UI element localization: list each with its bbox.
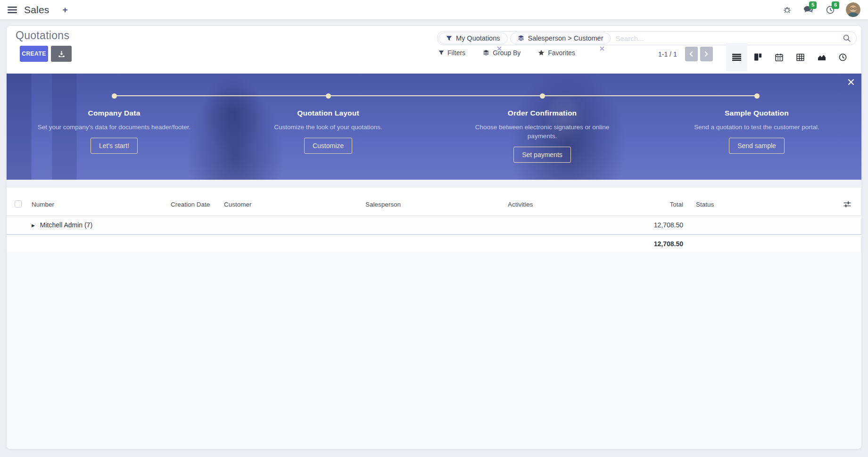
debug-bug-icon[interactable] <box>783 6 791 14</box>
favorites-menu[interactable]: Favorites <box>538 49 575 57</box>
chevron-right-icon <box>704 51 708 57</box>
user-avatar[interactable] <box>846 2 860 17</box>
plus-icon[interactable]: + <box>63 5 68 14</box>
step-title: Quotation Layout <box>250 109 406 117</box>
pivot-view-icon <box>796 53 804 61</box>
onboarding-banner: Company Data Set your company's data for… <box>7 74 861 180</box>
onboarding-timeline <box>114 95 757 96</box>
group-by-icon <box>483 50 489 56</box>
group-by-icon <box>518 35 524 42</box>
graph-view-button[interactable] <box>811 43 832 71</box>
sliders-icon <box>843 201 851 208</box>
customize-button[interactable]: Customize <box>304 138 352 154</box>
section-gap <box>7 180 861 188</box>
quotations-list: Number Creation Date Customer Salesperso… <box>7 188 861 252</box>
search-icon[interactable] <box>843 34 851 42</box>
view-switcher <box>726 43 853 71</box>
content-area: Quotations My Quotations Salesperson > C… <box>7 26 861 449</box>
step-description: Send a quotation to test the customer po… <box>679 123 835 132</box>
step-description: Set your company's data for documents he… <box>36 123 192 132</box>
empty-area <box>7 252 861 449</box>
filters-menu[interactable]: Filters <box>438 49 465 57</box>
kanban-view-icon <box>754 53 762 61</box>
activity-view-button[interactable] <box>832 43 853 71</box>
control-panel: Quotations My Quotations Salesperson > C… <box>7 26 861 74</box>
onboarding-step-order-confirmation: Order Confirmation Choose between electr… <box>464 109 620 163</box>
onboarding-step-sample-quotation: Sample Quotation Send a quotation to tes… <box>679 109 835 154</box>
expand-caret-icon[interactable]: ▶ <box>32 223 35 228</box>
pager-next-button[interactable] <box>700 47 713 61</box>
graph-view-icon <box>818 53 826 61</box>
onboarding-step-quotation-layout: Quotation Layout Customize the look of y… <box>250 109 406 154</box>
facet-remove-icon[interactable] <box>600 46 604 51</box>
pager-previous-button[interactable] <box>685 47 698 61</box>
messages-icon[interactable]: 5 <box>803 6 814 14</box>
timeline-dot <box>112 93 117 99</box>
top-navbar: Sales + 5 6 <box>0 0 868 19</box>
timeline-dot <box>540 93 545 99</box>
select-all-checkbox[interactable] <box>15 200 22 208</box>
onboarding-step-company-data: Company Data Set your company's data for… <box>36 109 192 154</box>
column-header-customer[interactable]: Customer <box>218 201 359 208</box>
column-header-activities[interactable]: Activities <box>502 201 603 208</box>
step-title: Sample Quotation <box>679 109 835 117</box>
send-sample-button[interactable]: Send sample <box>729 138 785 154</box>
search-options: Filters Group By Favorites <box>438 49 575 57</box>
column-header-total[interactable]: Total <box>603 201 684 208</box>
filter-icon <box>438 50 444 56</box>
group-by-menu[interactable]: Group By <box>483 49 521 57</box>
list-header-row: Number Creation Date Customer Salesperso… <box>7 193 861 216</box>
calendar-view-button[interactable] <box>769 43 790 71</box>
activities-clock-icon[interactable]: 6 <box>826 6 835 14</box>
list-view-icon <box>732 54 741 61</box>
pager-range: 1-1 / 1 <box>658 50 677 58</box>
list-footer-row: 12,708.50 <box>7 234 861 252</box>
search-facet-groupby[interactable]: Salesperson > Customer <box>510 33 611 44</box>
optional-columns-button[interactable] <box>809 201 861 208</box>
facet-label: Salesperson > Customer <box>528 34 603 42</box>
search-facet-my-quotations[interactable]: My Quotations <box>438 33 508 44</box>
messages-count-badge: 5 <box>809 1 817 9</box>
create-button[interactable]: CREATE <box>20 46 48 62</box>
step-title: Order Confirmation <box>464 109 620 117</box>
column-header-number[interactable]: Number <box>25 201 165 208</box>
pivot-view-button[interactable] <box>790 43 811 71</box>
timeline-dot <box>754 93 760 99</box>
page-title: Quotations <box>16 29 69 42</box>
group-total: 12,708.50 <box>603 221 684 229</box>
app-title[interactable]: Sales <box>24 4 50 16</box>
list-view-button[interactable] <box>726 43 747 71</box>
chevron-left-icon <box>689 51 693 57</box>
calendar-view-icon <box>775 53 783 61</box>
upload-icon <box>58 50 65 58</box>
group-label: Mitchell Admin (7) <box>40 221 92 229</box>
filters-label: Filters <box>447 49 465 57</box>
column-header-status[interactable]: Status <box>684 201 809 208</box>
set-payments-button[interactable]: Set payments <box>513 147 571 163</box>
pager: 1-1 / 1 <box>658 47 713 61</box>
column-header-salesperson[interactable]: Salesperson <box>359 201 502 208</box>
lets-start-button[interactable]: Let's start! <box>91 138 138 154</box>
kanban-view-button[interactable] <box>747 43 769 71</box>
filter-icon <box>446 35 452 42</box>
close-icon[interactable] <box>848 79 854 85</box>
activity-view-icon <box>839 53 847 61</box>
step-title: Company Data <box>36 109 192 117</box>
group-row-mitchell-admin[interactable]: ▶ Mitchell Admin (7) 12,708.50 <box>7 216 861 234</box>
footer-total: 12,708.50 <box>603 240 684 248</box>
column-header-creation-date[interactable]: Creation Date <box>165 201 218 208</box>
apps-menu-icon[interactable] <box>8 7 17 13</box>
timeline-dot <box>326 93 331 99</box>
import-records-button[interactable] <box>51 46 72 62</box>
step-description: Customize the look of your quotations. <box>250 123 406 132</box>
favorites-label: Favorites <box>548 49 575 57</box>
search-input[interactable] <box>615 34 843 42</box>
star-icon <box>538 50 545 56</box>
facet-label: My Quotations <box>456 34 500 42</box>
step-description: Choose between electronic signatures or … <box>464 123 620 141</box>
group-by-label: Group By <box>493 49 521 57</box>
activities-count-badge: 6 <box>832 1 839 9</box>
